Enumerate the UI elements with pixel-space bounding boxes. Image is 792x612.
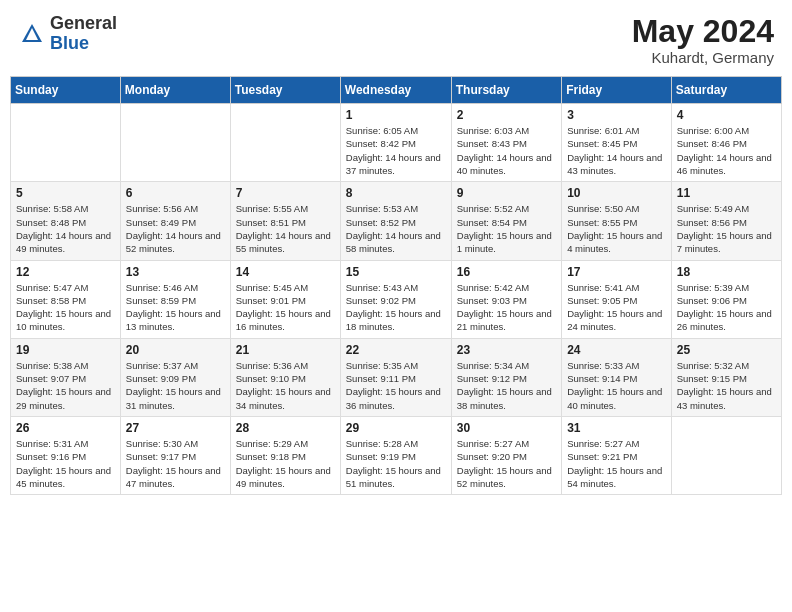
calendar-cell: 3Sunrise: 6:01 AM Sunset: 8:45 PM Daylig…	[562, 104, 672, 182]
day-number: 21	[236, 343, 335, 357]
calendar-cell: 27Sunrise: 5:30 AM Sunset: 9:17 PM Dayli…	[120, 416, 230, 494]
day-number: 26	[16, 421, 115, 435]
day-info: Sunrise: 5:38 AM Sunset: 9:07 PM Dayligh…	[16, 359, 115, 412]
day-info: Sunrise: 6:00 AM Sunset: 8:46 PM Dayligh…	[677, 124, 776, 177]
calendar-cell: 13Sunrise: 5:46 AM Sunset: 8:59 PM Dayli…	[120, 260, 230, 338]
day-info: Sunrise: 5:41 AM Sunset: 9:05 PM Dayligh…	[567, 281, 666, 334]
day-info: Sunrise: 6:01 AM Sunset: 8:45 PM Dayligh…	[567, 124, 666, 177]
day-number: 4	[677, 108, 776, 122]
day-number: 13	[126, 265, 225, 279]
month-title: May 2024	[632, 14, 774, 49]
calendar-cell: 19Sunrise: 5:38 AM Sunset: 9:07 PM Dayli…	[11, 338, 121, 416]
calendar-week-2: 5Sunrise: 5:58 AM Sunset: 8:48 PM Daylig…	[11, 182, 782, 260]
day-number: 22	[346, 343, 446, 357]
calendar-cell	[230, 104, 340, 182]
calendar-cell: 14Sunrise: 5:45 AM Sunset: 9:01 PM Dayli…	[230, 260, 340, 338]
calendar-week-3: 12Sunrise: 5:47 AM Sunset: 8:58 PM Dayli…	[11, 260, 782, 338]
calendar-cell: 26Sunrise: 5:31 AM Sunset: 9:16 PM Dayli…	[11, 416, 121, 494]
page-header: General Blue May 2024 Kuhardt, Germany	[10, 10, 782, 70]
col-friday: Friday	[562, 77, 672, 104]
day-number: 17	[567, 265, 666, 279]
day-info: Sunrise: 5:55 AM Sunset: 8:51 PM Dayligh…	[236, 202, 335, 255]
day-number: 9	[457, 186, 556, 200]
title-block: May 2024 Kuhardt, Germany	[632, 14, 774, 66]
day-info: Sunrise: 6:03 AM Sunset: 8:43 PM Dayligh…	[457, 124, 556, 177]
calendar-cell: 8Sunrise: 5:53 AM Sunset: 8:52 PM Daylig…	[340, 182, 451, 260]
day-info: Sunrise: 5:36 AM Sunset: 9:10 PM Dayligh…	[236, 359, 335, 412]
day-number: 2	[457, 108, 556, 122]
col-saturday: Saturday	[671, 77, 781, 104]
calendar-cell: 28Sunrise: 5:29 AM Sunset: 9:18 PM Dayli…	[230, 416, 340, 494]
day-info: Sunrise: 5:56 AM Sunset: 8:49 PM Dayligh…	[126, 202, 225, 255]
calendar-cell: 5Sunrise: 5:58 AM Sunset: 8:48 PM Daylig…	[11, 182, 121, 260]
day-number: 11	[677, 186, 776, 200]
day-info: Sunrise: 5:42 AM Sunset: 9:03 PM Dayligh…	[457, 281, 556, 334]
calendar-cell: 30Sunrise: 5:27 AM Sunset: 9:20 PM Dayli…	[451, 416, 561, 494]
calendar-cell: 20Sunrise: 5:37 AM Sunset: 9:09 PM Dayli…	[120, 338, 230, 416]
day-info: Sunrise: 5:50 AM Sunset: 8:55 PM Dayligh…	[567, 202, 666, 255]
calendar-cell	[120, 104, 230, 182]
logo-icon	[18, 20, 46, 48]
day-number: 15	[346, 265, 446, 279]
calendar-cell: 7Sunrise: 5:55 AM Sunset: 8:51 PM Daylig…	[230, 182, 340, 260]
day-number: 10	[567, 186, 666, 200]
col-wednesday: Wednesday	[340, 77, 451, 104]
day-number: 8	[346, 186, 446, 200]
calendar-cell: 25Sunrise: 5:32 AM Sunset: 9:15 PM Dayli…	[671, 338, 781, 416]
calendar-cell: 6Sunrise: 5:56 AM Sunset: 8:49 PM Daylig…	[120, 182, 230, 260]
day-info: Sunrise: 5:27 AM Sunset: 9:21 PM Dayligh…	[567, 437, 666, 490]
day-info: Sunrise: 5:46 AM Sunset: 8:59 PM Dayligh…	[126, 281, 225, 334]
calendar-cell: 10Sunrise: 5:50 AM Sunset: 8:55 PM Dayli…	[562, 182, 672, 260]
calendar-cell: 2Sunrise: 6:03 AM Sunset: 8:43 PM Daylig…	[451, 104, 561, 182]
day-number: 3	[567, 108, 666, 122]
calendar-body: 1Sunrise: 6:05 AM Sunset: 8:42 PM Daylig…	[11, 104, 782, 495]
col-tuesday: Tuesday	[230, 77, 340, 104]
calendar-header: Sunday Monday Tuesday Wednesday Thursday…	[11, 77, 782, 104]
day-number: 19	[16, 343, 115, 357]
calendar-cell: 12Sunrise: 5:47 AM Sunset: 8:58 PM Dayli…	[11, 260, 121, 338]
header-row: Sunday Monday Tuesday Wednesday Thursday…	[11, 77, 782, 104]
day-info: Sunrise: 5:32 AM Sunset: 9:15 PM Dayligh…	[677, 359, 776, 412]
calendar-cell: 24Sunrise: 5:33 AM Sunset: 9:14 PM Dayli…	[562, 338, 672, 416]
calendar-week-4: 19Sunrise: 5:38 AM Sunset: 9:07 PM Dayli…	[11, 338, 782, 416]
day-info: Sunrise: 5:34 AM Sunset: 9:12 PM Dayligh…	[457, 359, 556, 412]
col-sunday: Sunday	[11, 77, 121, 104]
day-number: 7	[236, 186, 335, 200]
calendar-cell: 11Sunrise: 5:49 AM Sunset: 8:56 PM Dayli…	[671, 182, 781, 260]
day-number: 1	[346, 108, 446, 122]
day-info: Sunrise: 5:49 AM Sunset: 8:56 PM Dayligh…	[677, 202, 776, 255]
location-subtitle: Kuhardt, Germany	[632, 49, 774, 66]
day-number: 31	[567, 421, 666, 435]
day-number: 29	[346, 421, 446, 435]
logo-blue-text: Blue	[50, 34, 117, 54]
calendar-table: Sunday Monday Tuesday Wednesday Thursday…	[10, 76, 782, 495]
day-info: Sunrise: 5:37 AM Sunset: 9:09 PM Dayligh…	[126, 359, 225, 412]
logo: General Blue	[18, 14, 117, 54]
day-info: Sunrise: 5:52 AM Sunset: 8:54 PM Dayligh…	[457, 202, 556, 255]
day-info: Sunrise: 5:30 AM Sunset: 9:17 PM Dayligh…	[126, 437, 225, 490]
logo-general-text: General	[50, 14, 117, 34]
calendar-cell: 31Sunrise: 5:27 AM Sunset: 9:21 PM Dayli…	[562, 416, 672, 494]
day-info: Sunrise: 5:58 AM Sunset: 8:48 PM Dayligh…	[16, 202, 115, 255]
calendar-cell: 29Sunrise: 5:28 AM Sunset: 9:19 PM Dayli…	[340, 416, 451, 494]
col-monday: Monday	[120, 77, 230, 104]
day-info: Sunrise: 5:28 AM Sunset: 9:19 PM Dayligh…	[346, 437, 446, 490]
day-info: Sunrise: 5:33 AM Sunset: 9:14 PM Dayligh…	[567, 359, 666, 412]
calendar-cell	[11, 104, 121, 182]
day-number: 20	[126, 343, 225, 357]
col-thursday: Thursday	[451, 77, 561, 104]
day-number: 28	[236, 421, 335, 435]
day-info: Sunrise: 6:05 AM Sunset: 8:42 PM Dayligh…	[346, 124, 446, 177]
calendar-week-5: 26Sunrise: 5:31 AM Sunset: 9:16 PM Dayli…	[11, 416, 782, 494]
calendar-cell: 15Sunrise: 5:43 AM Sunset: 9:02 PM Dayli…	[340, 260, 451, 338]
day-info: Sunrise: 5:35 AM Sunset: 9:11 PM Dayligh…	[346, 359, 446, 412]
day-number: 16	[457, 265, 556, 279]
day-number: 30	[457, 421, 556, 435]
day-number: 14	[236, 265, 335, 279]
day-number: 24	[567, 343, 666, 357]
calendar-cell: 4Sunrise: 6:00 AM Sunset: 8:46 PM Daylig…	[671, 104, 781, 182]
calendar-cell: 17Sunrise: 5:41 AM Sunset: 9:05 PM Dayli…	[562, 260, 672, 338]
day-number: 5	[16, 186, 115, 200]
calendar-cell: 21Sunrise: 5:36 AM Sunset: 9:10 PM Dayli…	[230, 338, 340, 416]
day-info: Sunrise: 5:29 AM Sunset: 9:18 PM Dayligh…	[236, 437, 335, 490]
